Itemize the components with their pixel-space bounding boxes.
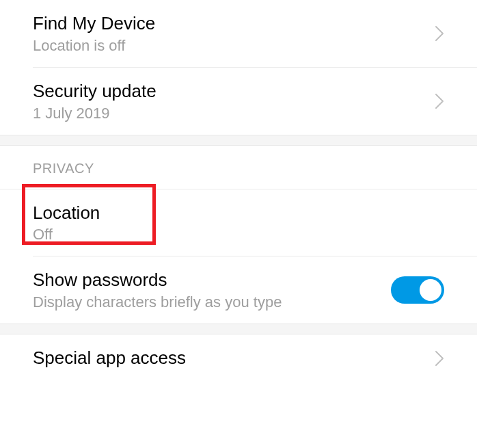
item-content: Security update 1 July 2019 xyxy=(33,80,435,122)
section-gap xyxy=(0,135,477,146)
item-title: Show passwords xyxy=(33,269,391,292)
chevron-right-icon xyxy=(435,25,444,42)
privacy-section-header: PRIVACY xyxy=(0,146,477,189)
item-subtitle: Display characters briefly as you type xyxy=(33,293,391,311)
security-update-item[interactable]: Security update 1 July 2019 xyxy=(0,68,477,135)
chevron-right-icon xyxy=(435,350,444,367)
item-subtitle: 1 July 2019 xyxy=(33,105,435,122)
item-content: Find My Device Location is off xyxy=(33,12,435,55)
item-content: Location Off xyxy=(33,202,444,244)
item-content: Show passwords Display characters briefl… xyxy=(33,269,391,311)
item-title: Special app access xyxy=(33,347,435,370)
item-title: Find My Device xyxy=(33,12,435,36)
show-passwords-item[interactable]: Show passwords Display characters briefl… xyxy=(0,256,477,324)
item-content: Special app access xyxy=(33,347,435,370)
item-subtitle: Location is off xyxy=(33,37,435,55)
toggle-knob xyxy=(420,279,441,301)
settings-list: Find My Device Location is off Security … xyxy=(0,0,477,382)
item-title: Location xyxy=(33,202,444,225)
location-item[interactable]: Location Off xyxy=(0,189,477,256)
special-app-access-item[interactable]: Special app access xyxy=(0,334,477,382)
chevron-right-icon xyxy=(435,93,444,109)
item-subtitle: Off xyxy=(33,226,444,243)
item-title: Security update xyxy=(33,80,435,103)
section-gap xyxy=(0,324,477,334)
show-passwords-toggle[interactable] xyxy=(391,276,444,304)
find-my-device-item[interactable]: Find My Device Location is off xyxy=(0,0,477,67)
